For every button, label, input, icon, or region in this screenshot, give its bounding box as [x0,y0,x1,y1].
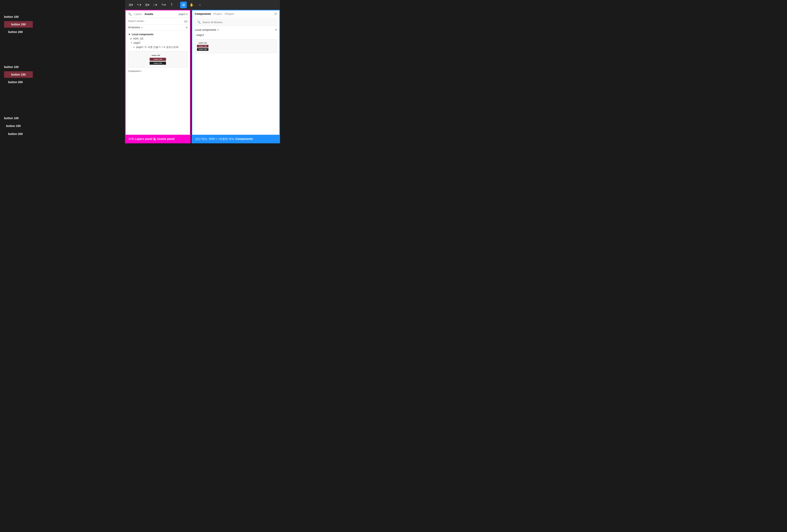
canvas-btn-200-label-1: button 200 [8,28,33,36]
canvas-btn-100-label-2: button 100 [4,64,33,70]
local-comp-list-icon[interactable]: ≡ [275,28,277,31]
canvas-btn-100-label-1: button 100 [4,13,33,20]
page2-label: page2 [134,41,141,44]
page2-chevron-icon: ▼ [131,42,132,44]
canvas-btn-200-label-2: button 200 [8,79,33,86]
annotation-left-bold: Layers panel 및 Assets panel [135,137,175,141]
cursor-tool-icon[interactable]: ↖▾ [136,2,142,8]
tree-chevron-icon: ▶ [131,38,132,40]
tab-assets[interactable]: Assets [145,12,153,16]
component-thumbnail[interactable]: button 100 button 150 button 200 [128,51,188,67]
page2-right-label: page2 [196,34,204,37]
book-icon[interactable]: 📖 [184,19,188,23]
right-search-icon: 🔍 [197,21,200,24]
page-selector[interactable]: page2 ▾ [179,13,188,16]
page2-sub-item[interactable]: ▼ page2 / 3. 버튼 만들기 + 4. 컴포넌트화 [126,45,190,49]
page2-item[interactable]: ▼ page2 [126,41,190,45]
page2-right-item[interactable]: ‹ page2 [192,32,279,38]
panel-tabs: 🔍 Layers Assets page2 ▾ [126,10,190,18]
pen-tool-icon[interactable]: ✎▾ [160,2,167,8]
annotation-right-prefix: 상단 메뉴, Shift + I 유용한 메뉴 [195,137,235,140]
tab-plugins[interactable]: Plugins [213,12,222,15]
tab-layers[interactable]: Layers [134,12,142,16]
components-tool-icon[interactable]: ⊞ [180,2,187,8]
components-search-input[interactable] [202,21,274,24]
local-components-header[interactable]: Local components ▾ ≡ [192,27,279,32]
assets-search-input[interactable] [128,20,183,23]
local-components-label: Local components [195,28,216,31]
page2-back-icon: ‹ [195,34,195,36]
panel-search-bar: 📖 [126,18,190,25]
section-label: Local components [132,33,153,36]
thumb-btn-150: button 150 [150,58,166,61]
grid-tool-icon[interactable]: ⊞▾ [127,2,134,8]
canvas-group-3: button 100 button 150 button 200 [4,115,23,137]
filter-label[interactable]: All libraries [128,26,140,29]
right-panel-tabs: Components Plugins Widgets ⊡ [192,10,279,17]
panel-close-icon[interactable]: ⊡ [274,12,277,15]
canvas-btn-150-label-3: button 150 [6,123,23,129]
ndr-sg-label: NDR_SG [133,37,144,40]
left-panel-annotation: 좌측 Layers panel 및 Assets panel [125,135,191,143]
right-component-thumbnail[interactable]: button 100 button 150 button 200 [195,39,277,53]
panel-search-icon: 🔍 [128,13,132,16]
list-view-icon[interactable]: ≡ [186,26,188,29]
shape-tool-icon[interactable]: □▾ [152,2,158,8]
right-search-bar: 🔍 [195,19,277,26]
page2-sub-label: page2 / 3. 버튼 만들기 + 4. 컴포넌트화 [136,45,178,49]
thumb-btn-200: button 200 [150,62,166,65]
local-comp-chevron-icon: ▾ [218,29,219,31]
section-chevron-icon: ▼ [128,33,131,36]
right-panel: Components Plugins Widgets ⊡ 🔍 Local com… [192,10,280,143]
canvas-btn-200-label-3: button 200 [8,130,23,137]
filter-chevron-icon[interactable]: ▾ [142,26,143,29]
thumb-btn-100: button 100 [150,54,166,57]
hand-tool-icon[interactable]: ✋ [188,2,195,8]
canvas-btn-100-label-3: button 100 [4,115,23,121]
panel-content: ▼ Local components ▶ NDR_SG ▼ page2 ▼ pa… [126,30,190,143]
right-thumb-btn-200: button 200 [197,48,208,51]
left-panel: 🔍 Layers Assets page2 ▾ 📖 All libraries … [125,10,191,143]
panel-filter: All libraries ▾ ≡ [126,25,190,30]
component-name: Component 1 [126,69,190,73]
frame-tool-icon[interactable]: ⊞▾ [144,2,150,8]
comment-tool-icon[interactable]: ○ [196,2,203,8]
right-thumb-btn-100: button 100 [197,42,208,44]
page2-sub-chevron-icon: ▼ [133,46,135,48]
local-components-section[interactable]: ▼ Local components [126,32,190,37]
tab-components[interactable]: Components [195,12,211,15]
toolbar-divider [177,3,178,7]
canvas-btn-150-1: button 150 [4,21,33,28]
right-panel-annotation: 상단 메뉴, Shift + I 유용한 메뉴 Components [192,135,280,143]
annotation-left-prefix: 좌측 [128,137,134,141]
annotation-right-bold: Components [235,137,253,140]
ndr-sg-item[interactable]: ▶ NDR_SG [126,37,190,41]
canvas-btn-150-2: button 150 [4,71,33,78]
text-tool-icon[interactable]: T [168,2,175,8]
canvas-group-2: button 100 button 150 button 200 [4,64,33,86]
canvas-group-1: button 100 button 150 button 200 [4,13,33,36]
toolbar: ⊞▾ ↖▾ ⊞▾ □▾ ✎▾ T ⊞ ✋ ○ [125,0,280,10]
tab-widgets[interactable]: Widgets [225,12,234,15]
right-thumb-btn-150: button 150 [197,45,208,47]
